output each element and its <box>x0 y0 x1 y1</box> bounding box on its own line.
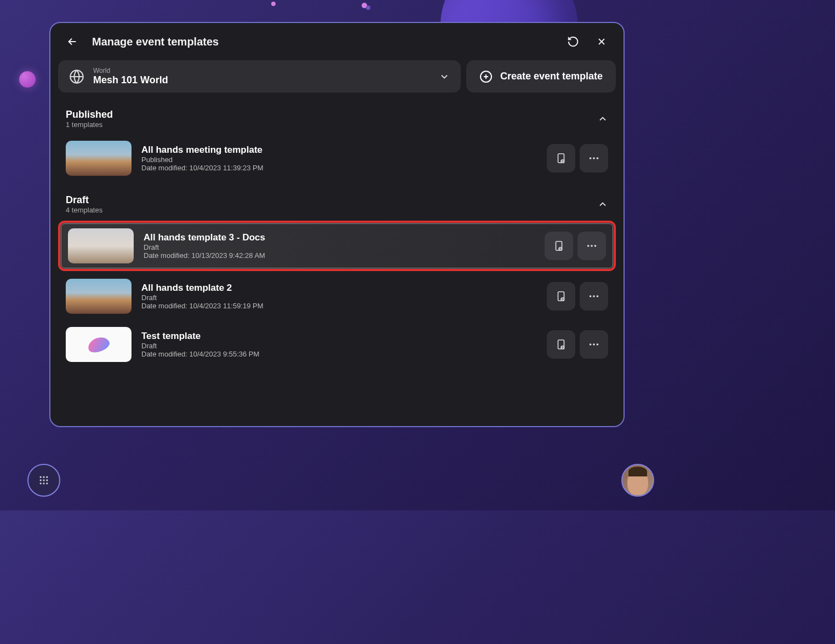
svg-point-16 <box>597 295 599 297</box>
svg-point-23 <box>43 476 44 478</box>
svg-point-14 <box>590 295 592 297</box>
back-button[interactable] <box>64 33 81 50</box>
avatar-button[interactable] <box>621 464 654 497</box>
more-horizontal-icon <box>588 152 600 164</box>
row-actions <box>547 330 608 359</box>
more-horizontal-icon <box>588 290 600 302</box>
create-template-button[interactable]: Create event template <box>466 60 616 93</box>
page-title: Manage event templates <box>92 36 553 48</box>
template-date: Date modified: 10/4/2023 9:55:36 PM <box>141 350 537 358</box>
svg-point-9 <box>587 245 590 247</box>
svg-point-15 <box>593 295 595 297</box>
svg-point-10 <box>591 245 593 247</box>
template-thumbnail <box>68 228 134 263</box>
template-info: All hands template 3 - Docs Draft Date m… <box>144 232 535 260</box>
globe-icon <box>69 69 84 84</box>
decorative-dot <box>271 2 276 6</box>
more-horizontal-icon <box>588 338 600 350</box>
template-date: Date modified: 10/4/2023 11:59:19 PM <box>141 302 537 310</box>
template-status: Published <box>141 156 537 164</box>
template-status: Draft <box>141 342 537 350</box>
template-name: All hands template 2 <box>141 283 537 294</box>
decorative-dot <box>366 5 370 10</box>
more-options-button[interactable] <box>580 282 608 311</box>
refresh-icon <box>567 36 579 48</box>
template-status: Draft <box>141 294 537 302</box>
world-label: World <box>93 67 430 74</box>
row-actions <box>547 282 608 311</box>
device-action-button[interactable] <box>547 144 575 173</box>
more-options-button[interactable] <box>577 232 606 260</box>
svg-point-26 <box>43 479 44 481</box>
template-name: All hands meeting template <box>141 145 537 156</box>
avatar-icon <box>627 469 648 495</box>
svg-point-29 <box>43 482 44 484</box>
template-list[interactable]: Published 1 templates All hands meeting … <box>50 98 624 424</box>
more-horizontal-icon <box>586 240 598 252</box>
template-thumbnail <box>66 327 131 362</box>
svg-point-11 <box>594 245 597 247</box>
device-icon <box>555 152 567 164</box>
section-name: Draft <box>66 194 597 206</box>
section-header[interactable]: Draft 4 templates <box>58 190 616 219</box>
row-actions <box>547 144 608 173</box>
svg-point-24 <box>46 476 48 478</box>
template-name: All hands template 3 - Docs <box>144 232 535 243</box>
template-status: Draft <box>144 243 535 251</box>
device-icon <box>555 338 567 350</box>
template-row[interactable]: Test template Draft Date modified: 10/4/… <box>58 321 616 367</box>
section-count: 4 templates <box>66 206 597 214</box>
chevron-up-icon <box>597 113 608 124</box>
close-icon <box>596 36 607 47</box>
template-info: All hands meeting template Published Dat… <box>141 145 537 172</box>
svg-point-30 <box>46 482 48 484</box>
chevron-down-icon <box>439 71 450 82</box>
row-actions <box>545 232 606 260</box>
template-date: Date modified: 10/4/2023 11:39:23 PM <box>141 164 537 172</box>
device-action-button[interactable] <box>545 232 573 260</box>
close-button[interactable] <box>593 33 610 50</box>
template-row[interactable]: All hands template 3 - Docs Draft Date m… <box>58 221 616 271</box>
create-button-label: Create event template <box>500 71 603 82</box>
svg-point-5 <box>593 157 595 159</box>
template-name: Test template <box>141 331 537 342</box>
svg-point-21 <box>597 343 599 346</box>
plus-circle-icon <box>479 70 493 83</box>
template-row[interactable]: All hands template 2 Draft Date modified… <box>58 273 616 319</box>
more-options-button[interactable] <box>580 144 608 173</box>
world-selector[interactable]: World Mesh 101 World <box>58 60 461 93</box>
device-icon <box>553 240 565 252</box>
svg-point-6 <box>597 157 599 159</box>
device-action-button[interactable] <box>547 282 575 311</box>
device-action-button[interactable] <box>547 330 575 359</box>
svg-point-4 <box>590 157 592 159</box>
template-date: Date modified: 10/13/2023 9:42:28 AM <box>144 251 535 260</box>
svg-point-20 <box>593 343 595 346</box>
manage-templates-window: Manage event templates World Mesh 101 Wo… <box>49 22 625 427</box>
toolbar: World Mesh 101 World Create event templa… <box>50 60 624 98</box>
template-section: Draft 4 templates All hands template 3 -… <box>50 183 624 367</box>
grid-icon <box>38 475 49 486</box>
section-name: Published <box>66 109 597 120</box>
refresh-button[interactable] <box>564 33 582 50</box>
window-header: Manage event templates <box>50 23 624 60</box>
template-section: Published 1 templates All hands meeting … <box>50 98 624 181</box>
decorative-planet <box>19 71 36 88</box>
svg-point-19 <box>590 343 592 346</box>
section-count: 1 templates <box>66 120 597 129</box>
template-info: All hands template 2 Draft Date modified… <box>141 283 537 310</box>
template-info: Test template Draft Date modified: 10/4/… <box>141 331 537 358</box>
arrow-left-icon <box>66 36 78 48</box>
svg-point-28 <box>40 482 42 484</box>
svg-point-25 <box>40 479 42 481</box>
more-options-button[interactable] <box>580 330 608 359</box>
svg-point-27 <box>46 479 48 481</box>
device-icon <box>555 290 567 302</box>
template-row[interactable]: All hands meeting template Published Dat… <box>58 135 616 181</box>
template-thumbnail <box>66 279 131 314</box>
svg-point-22 <box>40 476 42 478</box>
section-header[interactable]: Published 1 templates <box>58 105 616 133</box>
chevron-up-icon <box>597 199 608 210</box>
world-name: Mesh 101 World <box>93 74 430 86</box>
apps-menu-button[interactable] <box>27 464 60 497</box>
